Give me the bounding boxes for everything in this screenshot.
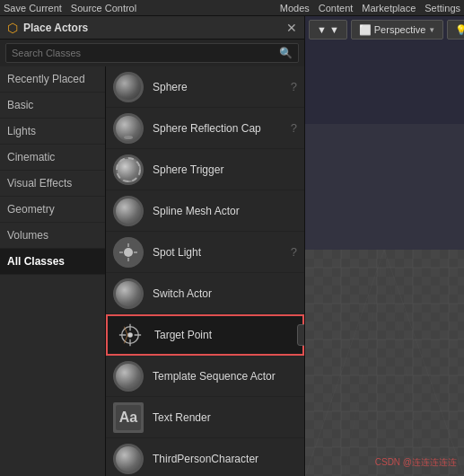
list-item-sphere[interactable]: Sphere ? [106, 66, 304, 108]
item-name-sphere-ref: Sphere Reflection Cap [153, 122, 287, 135]
item-thumb-sphere-ref [113, 113, 144, 144]
list-item-sphere-ref-cap[interactable]: Sphere Reflection Cap ? [106, 108, 304, 149]
list-item-template-seq[interactable]: Template Sequence Actor [106, 356, 304, 397]
help-icon-spotlight: ? [291, 245, 297, 259]
item-name-target: Target Point [154, 329, 295, 341]
menu-bar: Save Current Source Control Modes Conten… [0, 0, 464, 16]
list-item-spline[interactable]: Spline Mesh Actor [106, 190, 304, 232]
category-all-classes[interactable]: All Classes [0, 249, 105, 275]
sphere-ref-icon [116, 116, 141, 141]
menu-settings[interactable]: Settings [425, 3, 460, 13]
target-icon [118, 322, 143, 348]
list-item-sphere-trigger[interactable]: Sphere Trigger [106, 149, 304, 190]
menu-source[interactable]: Source Control [71, 3, 136, 13]
menu-save[interactable]: Save Current [4, 3, 62, 13]
trigger-icon [116, 157, 141, 182]
item-name-character: ThirdPersonCharacter [153, 453, 297, 465]
watermark: CSDN @连连连连连 [375, 456, 457, 469]
spotlight-icon [116, 240, 141, 265]
panel-title-area: ⬡ Place Actors [7, 21, 88, 35]
category-volumes[interactable]: Volumes [0, 223, 105, 249]
viewport-options-button[interactable]: ▼ ▼ [309, 20, 347, 40]
viewport-toolbar: ▼ ▼ ⬜ Perspective ▼ 💡 Lit [309, 20, 460, 40]
item-thumb-character [113, 444, 144, 474]
perspective-icon: ⬜ [359, 24, 372, 36]
text-icon: Aa [116, 405, 141, 430]
category-recently-placed[interactable]: Recently Placed [0, 66, 105, 93]
category-basic[interactable]: Basic [0, 93, 105, 119]
category-geometry[interactable]: Geometry [0, 197, 105, 223]
panel-close-button[interactable]: ✕ [286, 21, 297, 35]
svg-point-6 [127, 332, 133, 338]
panel-title: Place Actors [23, 22, 88, 34]
list-item-switch[interactable]: Switch Actor [106, 273, 304, 314]
item-thumb-switch [113, 278, 144, 309]
lit-button[interactable]: 💡 Lit [447, 20, 464, 40]
viewport-background [305, 16, 464, 476]
item-thumb-spline [113, 196, 144, 226]
item-name-spotlight: Spot Light [153, 246, 287, 259]
help-icon-sphere-ref: ? [291, 121, 297, 135]
search-input[interactable] [12, 48, 279, 58]
dropdown-arrow-icon: ▼ [317, 24, 327, 35]
search-icon: 🔍 [279, 47, 293, 59]
list-item-target-point[interactable]: Target Point Target Point [106, 314, 304, 356]
categories-sidebar: Recently Placed Basic Lights Cinematic V… [0, 66, 106, 476]
item-name-spline: Spline Mesh Actor [153, 205, 297, 217]
menu-marketplace[interactable]: Marketplace [362, 3, 416, 13]
items-list: Sphere ? Sphere Reflection Cap ? S [106, 66, 304, 476]
menu-content[interactable]: Content [319, 3, 354, 13]
item-thumb-template [113, 361, 144, 392]
panel-header: ⬡ Place Actors ✕ [0, 16, 304, 40]
item-name-trigger: Sphere Trigger [153, 163, 297, 176]
item-name-template: Template Sequence Actor [153, 370, 297, 383]
main-layout: ⬡ Place Actors ✕ 🔍 Recently Placed Basic… [0, 16, 464, 476]
sphere-icon [116, 75, 141, 100]
perspective-label: Perspective [374, 24, 425, 35]
lit-icon: 💡 [455, 24, 464, 36]
list-item-spotlight[interactable]: Spot Light ? [106, 232, 304, 273]
svg-rect-18 [305, 124, 464, 250]
perspective-button[interactable]: ⬜ Perspective ▼ [351, 20, 443, 40]
menu-modes[interactable]: Modes [280, 3, 310, 13]
item-thumb-target [115, 320, 145, 350]
item-thumb-text: Aa [113, 402, 144, 433]
help-icon-sphere: ? [291, 80, 297, 93]
character-icon [116, 446, 141, 472]
switch-icon [116, 281, 141, 306]
item-thumb-trigger [113, 154, 144, 185]
item-name-switch: Switch Actor [153, 287, 297, 300]
list-item-text-render[interactable]: Aa Text Render [106, 397, 304, 438]
item-name-text: Text Render [153, 411, 297, 424]
perspective-dropdown-icon: ▼ [428, 26, 435, 34]
svg-rect-19 [305, 250, 464, 476]
item-name-sphere: Sphere [153, 81, 287, 93]
search-bar: 🔍 [5, 43, 299, 63]
category-lights[interactable]: Lights [0, 119, 105, 145]
item-thumb-sphere [113, 72, 144, 102]
panel-content: Recently Placed Basic Lights Cinematic V… [0, 66, 304, 476]
category-visual-effects[interactable]: Visual Effects [0, 171, 105, 197]
list-item-third-person[interactable]: ThirdPersonCharacter [106, 438, 304, 476]
category-cinematic[interactable]: Cinematic [0, 145, 105, 171]
place-actors-icon: ⬡ [7, 21, 18, 35]
template-icon [116, 364, 141, 389]
svg-point-0 [124, 248, 133, 257]
viewport-panel: ▼ ▼ ⬜ Perspective ▼ 💡 Lit CSDN @连连连连连 [305, 16, 464, 476]
spline-icon [116, 198, 141, 224]
item-thumb-spotlight [113, 237, 144, 268]
tooltip-target-point: Target Point [297, 324, 304, 346]
left-panel: ⬡ Place Actors ✕ 🔍 Recently Placed Basic… [0, 16, 305, 476]
dropdown-arrow-icon2: ▼ [329, 24, 339, 35]
